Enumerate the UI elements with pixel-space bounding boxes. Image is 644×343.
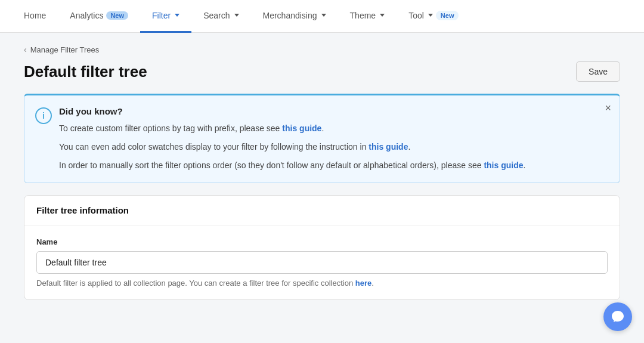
nav-filter[interactable]: Filter xyxy=(140,0,191,33)
tool-chevron-icon xyxy=(428,14,433,17)
breadcrumb-link[interactable]: Manage Filter Trees xyxy=(30,45,100,54)
card-header: Filter tree information xyxy=(24,196,620,225)
nav-merchandising[interactable]: Merchandising xyxy=(251,0,338,33)
info-box-content: Did you know? To create custom filter op… xyxy=(59,106,608,172)
name-input[interactable] xyxy=(36,251,608,274)
filter-chevron-icon xyxy=(175,14,179,17)
nav-home[interactable]: Home xyxy=(12,0,58,33)
info-box-close-button[interactable]: × xyxy=(605,103,611,113)
info-box: i Did you know? To create custom filter … xyxy=(24,94,620,183)
info-icon: i xyxy=(35,107,52,124)
hint-link[interactable]: here xyxy=(355,279,371,288)
theme-chevron-icon xyxy=(380,14,385,17)
main-nav: Home Analytics New Filter Search Merchan… xyxy=(0,0,644,33)
analytics-badge: New xyxy=(106,11,128,20)
chat-icon xyxy=(611,310,625,324)
filter-tree-card: Filter tree information Name Default fil… xyxy=(24,195,620,300)
tool-badge: New xyxy=(436,11,459,20)
info-link-1[interactable]: this guide xyxy=(282,123,321,133)
merchandising-chevron-icon xyxy=(321,14,326,17)
info-link-2[interactable]: this guide xyxy=(369,142,408,152)
search-chevron-icon xyxy=(234,14,239,17)
info-box-header: i Did you know? To create custom filter … xyxy=(35,106,608,172)
breadcrumb[interactable]: ‹ Manage Filter Trees xyxy=(24,45,620,54)
nav-analytics-label: Analytics xyxy=(70,11,103,20)
chat-button[interactable] xyxy=(603,302,632,331)
info-link-3[interactable]: this guide xyxy=(484,160,523,170)
info-line-2: You can even add color swatches display … xyxy=(59,141,608,153)
page-header: Default filter tree Save xyxy=(24,61,620,82)
nav-tool[interactable]: Tool New xyxy=(397,0,470,33)
field-hint: Default filter is applied to all collect… xyxy=(36,279,608,288)
nav-search[interactable]: Search xyxy=(191,0,250,33)
nav-theme-label: Theme xyxy=(350,11,376,20)
save-button[interactable]: Save xyxy=(576,61,620,82)
nav-search-label: Search xyxy=(203,11,230,20)
card-body: Name Default filter is applied to all co… xyxy=(24,225,620,299)
info-line-1: To create custom filter options by tag w… xyxy=(59,122,608,135)
page-title: Default filter tree xyxy=(24,63,147,81)
nav-home-label: Home xyxy=(24,11,46,20)
info-line-3: In order to manually sort the filter opt… xyxy=(59,159,608,172)
nav-tool-label: Tool xyxy=(408,11,424,20)
breadcrumb-back-arrow: ‹ xyxy=(24,45,27,54)
nav-analytics[interactable]: Analytics New xyxy=(58,0,140,33)
nav-theme[interactable]: Theme xyxy=(338,0,397,33)
nav-filter-label: Filter xyxy=(152,11,171,20)
main-content: ‹ Manage Filter Trees Default filter tre… xyxy=(0,33,644,312)
name-field-label: Name xyxy=(36,237,608,246)
nav-merchandising-label: Merchandising xyxy=(263,11,317,20)
info-box-title: Did you know? xyxy=(59,106,608,116)
